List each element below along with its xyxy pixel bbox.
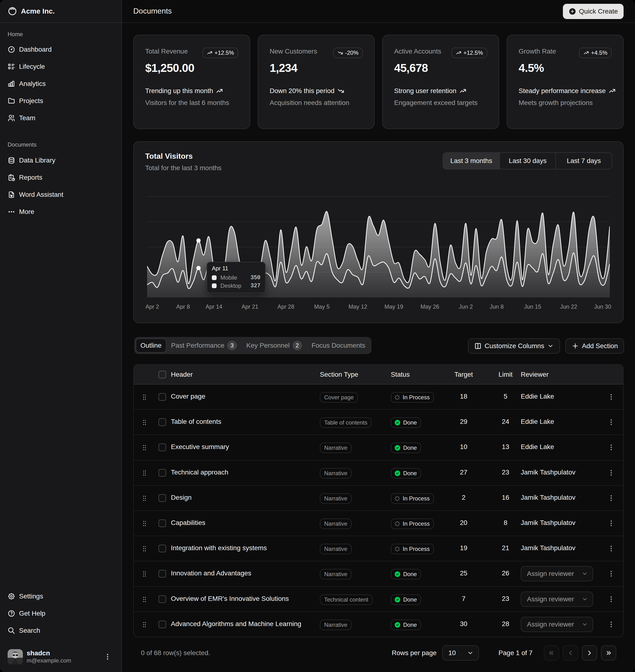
svg-text:Apr 28: Apr 28 — [278, 304, 294, 310]
svg-text:Apr 2: Apr 2 — [146, 304, 159, 310]
svg-text:Jun 8: Jun 8 — [489, 304, 504, 310]
svg-text:May 12: May 12 — [348, 304, 367, 310]
svg-text:Apr 21: Apr 21 — [242, 304, 259, 310]
svg-text:Apr 8: Apr 8 — [176, 304, 190, 310]
svg-text:May 19: May 19 — [385, 304, 403, 310]
svg-text:Jun 15: Jun 15 — [524, 304, 541, 310]
svg-text:Apr 14: Apr 14 — [205, 304, 222, 310]
svg-text:May 26: May 26 — [420, 304, 439, 310]
svg-text:Jun 2: Jun 2 — [459, 304, 473, 310]
svg-text:Jun 30: Jun 30 — [594, 304, 611, 310]
svg-text:Jun 22: Jun 22 — [560, 304, 577, 310]
svg-text:May 5: May 5 — [314, 304, 330, 310]
